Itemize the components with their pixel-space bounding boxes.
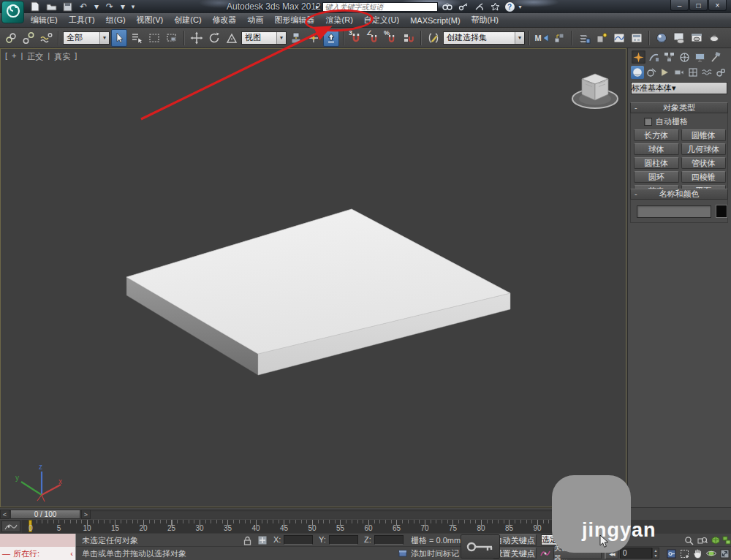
maxscript-listener-line[interactable]: — 所在行: ‹ [0,547,76,560]
save-file-icon[interactable] [61,1,73,12]
undo-dropdown-icon[interactable]: ▾ [94,1,99,12]
search-expand-icon[interactable]: ▸ [316,3,319,10]
tab-display[interactable] [693,50,707,64]
window-crossing-icon[interactable] [164,29,180,47]
button-tube[interactable]: 管状体 [681,157,727,169]
new-file-icon[interactable] [29,1,41,12]
tab-create[interactable] [632,50,645,64]
redo-dropdown-icon[interactable]: ▾ [120,1,126,12]
zoom-icon[interactable] [683,534,695,546]
select-and-move-icon[interactable] [189,29,205,47]
render-production-icon[interactable] [706,29,722,47]
subtab-systems[interactable] [714,66,727,79]
listener-scroll-icon[interactable]: ‹ [70,549,73,558]
previous-frame-button[interactable]: < [0,510,10,519]
selection-filter-dropdown[interactable]: 全部 ▾ [63,31,110,45]
infocenter-search-input[interactable] [322,2,438,12]
track-bar-ruler[interactable]: 0 5 10 15 20 25 30 35 40 45 50 55 60 65 … [22,520,576,533]
communication-center-icon[interactable] [473,1,486,12]
key-mode-toggle-icon[interactable] [665,548,678,559]
menu-item-views[interactable]: 视图(V) [134,13,167,27]
subscription-key-icon[interactable] [457,1,470,12]
viewcube-cube[interactable] [582,74,608,100]
y-coordinate-field[interactable] [329,535,358,545]
tab-utilities[interactable] [708,50,722,64]
open-mini-curve-editor-button[interactable] [1,521,20,532]
new-key-curve-icon[interactable] [539,548,551,559]
subtab-cameras[interactable] [673,66,686,79]
select-and-rotate-icon[interactable] [206,29,222,47]
absolute-mode-transform-icon[interactable] [256,534,268,546]
edit-named-selection-sets-icon[interactable] [425,29,442,47]
select-by-name-icon[interactable] [129,29,145,47]
subtab-space-warps[interactable] [700,66,713,79]
subtab-helpers[interactable] [686,66,700,79]
orbit-icon[interactable] [705,548,717,559]
application-menu-button[interactable] [1,1,24,23]
menu-item-edit[interactable]: 编辑(E) [28,13,61,27]
zoom-region-icon[interactable] [678,548,691,559]
subtab-shapes[interactable] [645,66,658,79]
rendered-frame-window-icon[interactable] [689,29,705,47]
pan-hand-icon[interactable] [692,548,704,559]
time-slider-track[interactable] [0,510,627,519]
z-coordinate-field[interactable] [374,535,404,545]
button-sphere[interactable]: 球体 [634,143,679,155]
help-icon[interactable]: ? [505,2,515,12]
primitive-category-dropdown[interactable]: 标准基本体 ▾ [631,82,727,94]
favorites-star-icon[interactable] [489,1,502,12]
menu-item-rendering[interactable]: 渲染(R) [323,13,356,27]
rectangular-selection-region-icon[interactable] [146,29,162,47]
angle-snap-toggle-icon[interactable]: ∠ [366,29,382,47]
redo-icon[interactable]: ↷ [104,1,115,12]
render-setup-icon[interactable] [671,29,687,47]
tab-modify[interactable] [647,50,661,64]
menu-item-help[interactable]: 帮助(H) [469,13,501,27]
keyboard-shortcut-override-button[interactable] [323,29,339,47]
button-cylinder[interactable]: 圆柱体 [634,157,679,169]
help-dropdown-icon[interactable]: ▾ [518,1,523,12]
maximize-viewport-toggle-icon[interactable] [719,548,731,559]
x-coordinate-field[interactable] [284,535,313,545]
menu-item-graph-editors[interactable]: 图形编辑器 [272,13,318,27]
time-slider-handle[interactable]: 0 / 100 [10,510,80,519]
menu-item-group[interactable]: 组(G) [103,13,129,27]
viewcube[interactable] [567,68,623,110]
align-icon[interactable] [551,29,567,47]
select-object-button[interactable] [111,29,127,47]
schematic-view-icon[interactable] [629,29,645,47]
bind-to-space-warp-icon[interactable] [38,29,54,47]
snaps-toggle-icon[interactable]: 3 [348,29,364,47]
undo-icon[interactable]: ↶ [77,1,89,12]
object-name-field[interactable] [637,205,711,218]
unlink-selection-icon[interactable] [20,29,37,47]
menu-item-customize[interactable]: 自定义(U) [361,13,402,27]
frame-spinner[interactable]: ▴▾ [652,548,659,559]
maxscript-listener-macro-line[interactable] [0,534,76,547]
selection-lock-icon[interactable] [242,534,253,546]
menu-item-maxscript[interactable]: MAXScript(M) [407,15,463,26]
tab-hierarchy[interactable] [662,50,676,64]
zoom-extents-all-icon[interactable] [722,534,731,546]
autogrid-checkbox[interactable] [644,118,652,126]
subtab-lights[interactable] [659,66,672,79]
maximize-button[interactable]: □ [689,0,708,11]
rollout-name-color[interactable]: - 名称和颜色 [630,189,728,200]
close-button[interactable]: × [708,0,727,11]
spinner-down-icon[interactable]: ▾ [654,553,656,559]
select-and-link-icon[interactable] [3,29,19,47]
percent-snap-toggle-icon[interactable]: % [383,29,399,47]
named-selection-sets-dropdown[interactable]: 创建选择集 ▾ [443,31,525,45]
menu-item-modifiers[interactable]: 修改器 [210,13,240,27]
use-pivot-point-icon[interactable] [288,29,304,47]
reference-coordinate-system-dropdown[interactable]: 视图 ▾ [241,31,287,45]
graphite-ribbon-icon[interactable] [594,29,610,47]
button-box[interactable]: 长方体 [634,129,679,141]
menu-item-create[interactable]: 创建(C) [171,13,204,27]
material-editor-icon[interactable] [654,29,670,47]
zoom-all-icon[interactable] [696,534,708,546]
tab-motion[interactable] [678,50,692,64]
menu-item-animation[interactable]: 动画 [245,13,267,27]
perspective-viewport[interactable]: [ + | 正交 | 真实 ] [0,48,626,507]
object-color-swatch[interactable] [716,205,727,218]
